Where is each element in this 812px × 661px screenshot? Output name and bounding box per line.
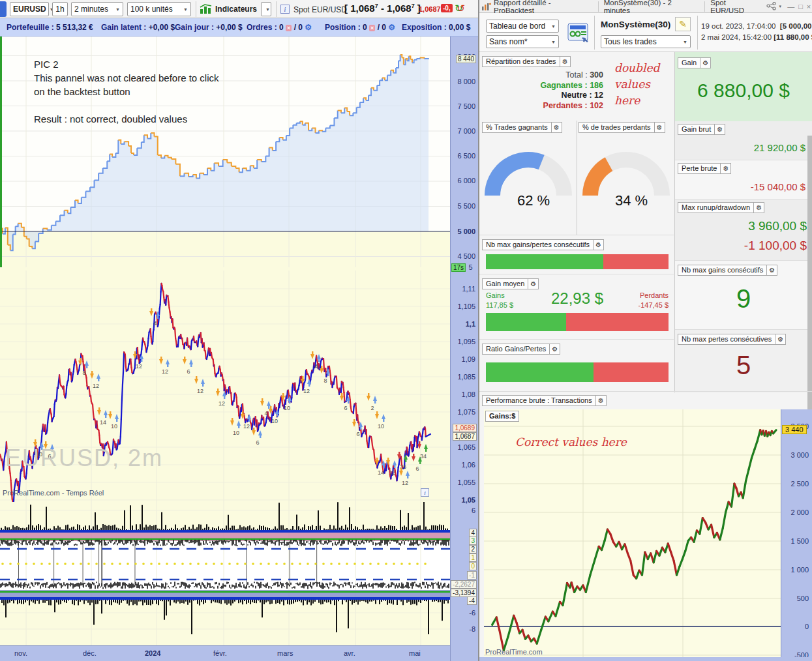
wrench-icon[interactable]: ⚙: [753, 203, 764, 213]
axis-tick: 1,1: [466, 320, 475, 328]
gear-icon[interactable]: ⚙: [388, 23, 395, 32]
symbol-select[interactable]: EURUSD▼: [10, 2, 49, 16]
close-button[interactable]: ×: [805, 3, 812, 10]
report-window: Rapport détaillé - ProBacktest MonSystèm…: [479, 0, 812, 661]
repartition-row: Perdantes : 102: [479, 101, 603, 111]
svg-text:4: 4: [153, 320, 157, 327]
wrench-icon[interactable]: ⚙: [549, 344, 560, 354]
portfolio-item: Ordres : 0 × / 0 ⚙: [247, 23, 312, 32]
price-axis-strip[interactable]: 8 5008 0007 5007 0006 5006 0005 5005 000…: [450, 37, 478, 661]
gain-moyen-perdants-label: Perdants-147,45 $: [603, 291, 669, 310]
backtest-period: 19 oct. 2023, 17:04:00 [5 000,00 $] 2 ma…: [701, 21, 808, 43]
section-consec-header: Nb max gains/pertes consécutifs⚙: [482, 239, 604, 250]
svg-text:12: 12: [136, 363, 142, 370]
edit-pencil-icon[interactable]: ✎: [675, 17, 691, 31]
time-axis-label: déc.: [83, 649, 97, 657]
maximize-button[interactable]: □: [796, 3, 805, 10]
svg-text:34 %: 34 %: [615, 192, 648, 209]
svg-text:14: 14: [378, 469, 384, 476]
svg-text:10: 10: [111, 423, 117, 430]
axis-tick: 6: [472, 507, 475, 514]
repartition-row: Gagnantes : 186: [479, 81, 603, 91]
chevron-down-icon: ▼: [183, 7, 188, 12]
chevron-down-icon: ▼: [551, 40, 556, 44]
time-axis[interactable]: nov.déc.2024févr.marsavr.mai: [0, 645, 450, 661]
cancel-icon[interactable]: ×: [286, 25, 292, 31]
quantity-select[interactable]: 100 k unités▼: [127, 2, 191, 16]
wrench-icon[interactable]: ⚙: [593, 240, 603, 250]
info-icon[interactable]: i: [280, 5, 290, 14]
svg-text:6: 6: [415, 465, 419, 472]
gains-axis-tick: 2 500: [790, 480, 809, 488]
timeframe-select[interactable]: 2 minutes▼: [71, 2, 123, 16]
axis-tick: 1,05: [462, 496, 475, 504]
trades-filter-select[interactable]: Tous les trades▼: [601, 35, 691, 48]
pic2-note: PIC 2 This pannel was not cleared before…: [34, 57, 218, 126]
section-gain-brut: Gain brut⚙ 21 920,00 $: [675, 121, 812, 160]
dashboard-select[interactable]: Tableau de bord▼: [486, 20, 559, 33]
wrench-icon[interactable]: ⚙: [528, 279, 538, 289]
portfolio-item: Gain latent : +0,00 $: [101, 23, 175, 32]
indicator-level-badge: -2,2627: [451, 580, 477, 589]
indicator-level-badge: 0: [469, 562, 477, 570]
section-max-pertes-header: Nb max pertes consécutives⚙: [678, 334, 786, 345]
cancel-icon[interactable]: ×: [369, 25, 375, 31]
svg-text:6: 6: [256, 439, 259, 446]
axis-tick: 6 500: [457, 152, 475, 160]
wrench-icon[interactable]: ⚙: [775, 334, 785, 344]
chevron-down-icon: ▼: [551, 24, 556, 29]
svg-text:12: 12: [402, 480, 408, 486]
spot-quote: [ 1,0687 - 1,0687 ]: [344, 3, 421, 14]
wrench-icon[interactable]: ⚙: [720, 164, 730, 173]
svg-text:62 %: 62 %: [517, 192, 550, 209]
tab-monsysteme[interactable]: MonSystème(30) - 2 minutes: [599, 0, 705, 14]
svg-text:12: 12: [243, 423, 250, 430]
equity-last-badge: 8 440: [456, 55, 476, 63]
wrench-icon[interactable]: ⚙: [700, 58, 710, 68]
section-perte-brute: Perte brute⚙ -15 040,00 $: [675, 160, 812, 199]
system-name: MonSystème(30): [601, 20, 670, 29]
tab-spot[interactable]: Spot EUR/USD: [705, 0, 766, 14]
gain-moyen-bar: [486, 313, 669, 331]
gains-axis-tick: 1 000: [790, 566, 809, 574]
gauge-win: 62 %: [483, 140, 574, 218]
report-settings-icon[interactable]: [567, 21, 590, 44]
svg-text:4: 4: [314, 363, 318, 370]
wrench-icon[interactable]: ⚙: [654, 123, 665, 132]
price-bid-badge: 1,0689: [453, 424, 477, 432]
layout-select[interactable]: Sans nom*▼: [486, 35, 559, 48]
svg-text:2: 2: [370, 405, 374, 411]
report-controls: Tableau de bord▼ Sans nom*▼ MonSystème(3…: [479, 13, 812, 52]
axis-tick: 5 000: [457, 228, 475, 235]
chevron-down-icon: ▼: [265, 7, 270, 12]
screen: EURUSD▼ 1h 2 minutes▼ 100 k unités▼ Indi…: [0, 0, 812, 661]
indicator-panel: [0, 502, 450, 645]
gain-value: 6 880,00 $: [675, 80, 812, 102]
indicators-dropdown[interactable]: ▼: [261, 2, 271, 16]
info-icon[interactable]: i: [421, 488, 429, 497]
share-icon[interactable]: [766, 2, 777, 10]
repartition-rows: Total : 300Gagnantes : 186Neutre : 12Per…: [479, 70, 610, 111]
gear-icon[interactable]: ⚙: [305, 23, 312, 32]
axis-tick: 1,08: [462, 390, 475, 398]
gain-brut-value: 21 920,00 $: [754, 142, 805, 153]
indicators-button[interactable]: Indicateurs: [215, 5, 257, 14]
svg-text:12: 12: [93, 383, 99, 389]
countdown-badge: 17s: [451, 263, 466, 272]
wrench-icon[interactable]: ⚙: [551, 123, 562, 132]
minimize-button[interactable]: —: [786, 3, 796, 10]
gains-series-label: Gains:$: [485, 411, 519, 422]
wrench-icon[interactable]: ⚙: [766, 265, 777, 275]
svg-text:10: 10: [233, 430, 239, 436]
chevron-down-icon[interactable]: ▼: [778, 5, 782, 8]
period-1h-button[interactable]: 1h: [52, 2, 68, 16]
right-edge-strip: [807, 136, 812, 412]
wrench-icon[interactable]: ⚙: [714, 125, 725, 134]
svg-text:6: 6: [356, 431, 359, 437]
wrench-icon[interactable]: ⚙: [595, 396, 606, 405]
wrench-icon[interactable]: ⚙: [560, 57, 570, 66]
tab-rapport[interactable]: Rapport détaillé - ProBacktest: [494, 0, 598, 14]
portfolio-item: Portefeuille : 5 513,32 €: [7, 23, 93, 32]
refresh-icon[interactable]: ↻↺: [455, 3, 465, 14]
gains-axis-strip[interactable]: 3 5003 0002 5002 0001 5001 0005000-5003 …: [781, 409, 812, 657]
